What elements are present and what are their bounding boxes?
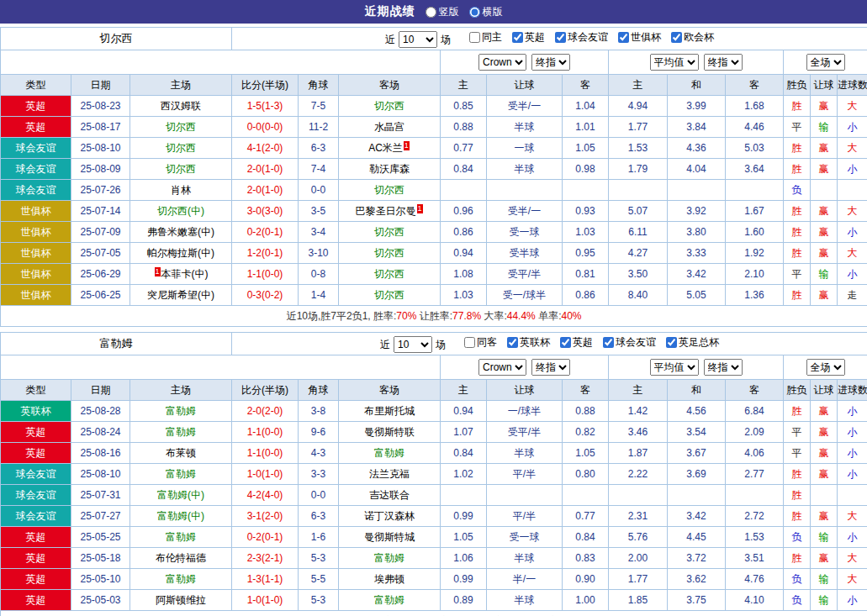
league-type-cell: 英超: [1, 569, 71, 590]
asian-away-odds: 1.01: [563, 117, 609, 138]
column-header: 主: [609, 380, 668, 401]
away-team-name: 水晶宫: [374, 121, 404, 133]
euro-draw-odds: 3.54: [668, 422, 726, 443]
same-venue-checkbox[interactable]: 同主: [469, 30, 502, 45]
match-row: 世俱杯25-06-25突尼斯希望(中)0-3(0-2)1-4切尔西1.03受一/…: [1, 285, 867, 306]
asian-home-odds: 1.02: [441, 464, 487, 485]
corner-cell: 3-4: [299, 222, 339, 243]
away-team-name: 巴黎圣日尔曼: [356, 205, 416, 217]
scope-select[interactable]: 全场: [806, 54, 845, 71]
same-venue-checkbox[interactable]: 同客: [464, 335, 497, 350]
view-option-horizontal[interactable]: 横版: [469, 5, 503, 19]
league-filter-checkbox[interactable]: 球会友谊: [555, 30, 608, 45]
same-venue-checkbox-box[interactable]: [469, 32, 480, 43]
asian-home-odds: [441, 485, 487, 506]
league-filter-checkbox-box[interactable]: [666, 337, 677, 348]
euro-average-select[interactable]: 平均值: [650, 359, 699, 376]
asian-home-odds: 1.08: [441, 264, 487, 285]
asian-away-odds: 1.03: [563, 222, 609, 243]
handicap-line: 半球: [487, 590, 563, 611]
league-filter-checkbox[interactable]: 英联杯: [507, 335, 550, 350]
euro-draw-odds: 3.67: [668, 443, 726, 464]
bookmaker-select[interactable]: Crown: [478, 359, 526, 376]
team-name: 富勒姆: [1, 333, 232, 355]
scope-select[interactable]: 全场: [806, 359, 845, 376]
table-title-row: 富勒姆近10场同客英联杯英超球会友谊英足总杯: [1, 333, 867, 355]
league-filter-checkbox[interactable]: 球会友谊: [603, 335, 656, 350]
league-filter-checkbox-box[interactable]: [555, 32, 566, 43]
top-header-bar: 近期战绩 竖版 横版: [0, 0, 867, 24]
near-label: 近: [380, 339, 390, 350]
euro-average-select[interactable]: 平均值: [650, 54, 699, 71]
asian-odds-time-select[interactable]: 终指: [531, 359, 570, 376]
match-row: 球会友谊25-08-10切尔西4-1(2-0)6-3AC米兰10.77一球1.0…: [1, 138, 867, 159]
horizontal-view-radio[interactable]: [469, 7, 480, 18]
vertical-view-radio[interactable]: [426, 7, 436, 18]
euro-home-odds: 8.40: [609, 285, 668, 306]
asian-home-odds: 1.05: [441, 527, 487, 548]
euro-draw-odds: 3.99: [668, 96, 726, 117]
league-filter-checkbox-box[interactable]: [512, 32, 523, 43]
asian-odds-time-select[interactable]: 终指: [531, 54, 570, 71]
euro-odds-time-select[interactable]: 终指: [704, 54, 743, 71]
league-filter-checkbox-box[interactable]: [507, 337, 518, 348]
handicap-line: 受平/半: [487, 422, 563, 443]
corner-cell: 6-3: [299, 506, 339, 527]
league-filter-checkbox[interactable]: 欧会杯: [671, 30, 714, 45]
match-row: 英联杯25-08-28富勒姆2-0(2-0)3-8布里斯托城0.94一/球半0.…: [1, 401, 867, 422]
empty-cell: [1, 355, 441, 380]
away-team-name: 切尔西: [374, 247, 404, 259]
handicap-result-cell: 输: [811, 527, 838, 548]
column-header: 让球: [811, 75, 838, 96]
league-filter-checkbox[interactable]: 世俱杯: [618, 30, 661, 45]
asian-home-odds: 0.94: [441, 243, 487, 264]
column-header: 类型: [1, 380, 71, 401]
league-filter-checkbox-box[interactable]: [618, 32, 629, 43]
goals-result-cell: 大: [838, 569, 867, 590]
asian-home-odds: 0.89: [441, 590, 487, 611]
score-cell: 2-3(2-1): [232, 548, 299, 569]
column-header: 客场: [339, 75, 441, 96]
away-team-cell: 布里斯托城: [339, 401, 441, 422]
match-result-cell: 胜: [784, 243, 811, 264]
near-label: 近: [385, 34, 395, 45]
match-date: 25-08-10: [71, 138, 130, 159]
league-type-cell: 世俱杯: [1, 201, 71, 222]
bookmaker-select[interactable]: Crown: [478, 54, 526, 71]
match-date: 25-07-27: [71, 506, 130, 527]
match-result-cell: 胜: [784, 401, 811, 422]
league-type-cell: 球会友谊: [1, 485, 71, 506]
euro-odds-time-select[interactable]: 终指: [704, 359, 743, 376]
match-count-select[interactable]: 10: [399, 31, 437, 48]
score-cell: 4-1(2-0): [232, 138, 299, 159]
handicap-line: 受平/半: [487, 264, 563, 285]
league-filter-checkbox[interactable]: 英足总杯: [666, 335, 719, 350]
euro-home-odds: 6.11: [609, 222, 668, 243]
view-option-vertical[interactable]: 竖版: [426, 5, 459, 19]
match-count-select[interactable]: 10: [394, 336, 432, 353]
league-type-cell: 英超: [1, 422, 71, 443]
euro-home-odds: 1.79: [609, 159, 668, 180]
euro-home-odds: 1.42: [609, 401, 668, 422]
league-filter-checkbox[interactable]: 英超: [512, 30, 545, 45]
away-team-cell: 切尔西: [339, 264, 441, 285]
league-filter-checkbox[interactable]: 英超: [560, 335, 593, 350]
league-filter-checkbox-label: 英足总杯: [679, 335, 719, 350]
away-team-cell: 巴黎圣日尔曼1: [339, 201, 441, 222]
league-filter-checkbox-box[interactable]: [560, 337, 571, 348]
column-header: 角球: [299, 380, 339, 401]
league-filter-checkbox-box[interactable]: [671, 32, 682, 43]
away-team-cell: 曼彻斯特城: [339, 527, 441, 548]
match-row: 英超25-05-25富勒姆0-2(0-1)1-6曼彻斯特城1.05受一球0.84…: [1, 527, 867, 548]
corner-cell: 5-3: [299, 590, 339, 611]
red-card-badge: 1: [404, 141, 410, 150]
handicap-line: 半球: [487, 443, 563, 464]
asian-home-odds: 0.96: [441, 201, 487, 222]
score-cell: 1-1(0-0): [232, 264, 299, 285]
home-team-name: 布伦特福德: [156, 552, 206, 564]
league-filter-checkbox-box[interactable]: [603, 337, 614, 348]
column-header: 客场: [339, 380, 441, 401]
same-venue-checkbox-box[interactable]: [464, 337, 475, 348]
recent-results-table: 切尔西近10场同主英超球会友谊世俱杯欧会杯Crown终指平均值终指全场类型日期主…: [0, 27, 867, 327]
away-team-name: 富勒姆: [374, 594, 404, 606]
